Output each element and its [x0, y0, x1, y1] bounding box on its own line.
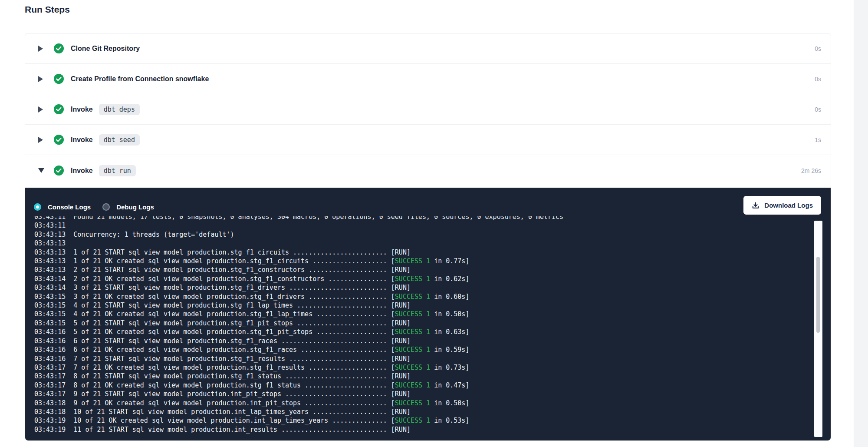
- log-timestamp-and-message: 03:43:17 9 of 21 START sql view model pr…: [34, 390, 411, 398]
- log-line: 03:43:15 5 of 21 START sql view model pr…: [34, 319, 781, 328]
- step-label: Clone Git Repository: [71, 45, 140, 53]
- log-scrollbar-thumb[interactable]: [816, 257, 820, 333]
- page-title: Run Steps: [25, 4, 70, 15]
- log-timestamp-and-message: 03:43:16 6 of 21 START sql view model pr…: [34, 337, 411, 345]
- console-log-output: 03:43:11 Found 21 models, 17 tests, 0 sn…: [34, 216, 781, 440]
- log-message-tail: in 0.60s]: [430, 293, 469, 301]
- step-row-invoke-dbt-seed[interactable]: Invoke dbt seed 1s: [25, 125, 831, 155]
- check-circle-icon: [54, 74, 64, 84]
- log-timestamp-and-message: 03:43:16 5 of 21 OK created sql view mod…: [34, 328, 395, 336]
- log-timestamp-and-message: 03:43:13 1 of 21 OK created sql view mod…: [34, 257, 395, 265]
- log-line: 03:43:14 2 of 21 OK created sql view mod…: [34, 275, 781, 283]
- step-row-create-profile[interactable]: Create Profile from Connection snowflake…: [25, 64, 831, 94]
- step-duration: 2m 26s: [801, 167, 821, 174]
- log-timestamp-and-message: 03:43:13 2 of 21 START sql view model pr…: [34, 266, 411, 274]
- log-timestamp-and-message: 03:43:17 8 of 21 START sql view model pr…: [34, 372, 411, 380]
- log-success-status: SUCCESS 1: [395, 275, 430, 283]
- download-logs-button[interactable]: Download Logs: [743, 196, 821, 215]
- log-scrollbar-track[interactable]: [814, 221, 822, 437]
- log-line: 03:43:17 8 of 21 START sql view model pr…: [34, 372, 781, 381]
- log-success-status: SUCCESS 1: [395, 328, 430, 336]
- log-line: 03:43:15 4 of 21 OK created sql view mod…: [34, 310, 781, 318]
- log-success-status: SUCCESS 1: [395, 381, 430, 389]
- log-line: 03:43:16 6 of 21 START sql view model pr…: [34, 337, 781, 345]
- radio-selected-icon[interactable]: [34, 203, 41, 211]
- log-timestamp-and-message: 03:43:14 3 of 21 START sql view model pr…: [34, 284, 411, 291]
- step-command-chip: dbt seed: [99, 134, 140, 146]
- log-line: 03:43:18 10 of 21 START sql view model p…: [34, 407, 781, 416]
- log-timestamp-and-message: 03:43:18 9 of 21 OK created sql view mod…: [34, 399, 395, 407]
- log-line: 03:43:11 Found 21 models, 17 tests, 0 sn…: [34, 216, 781, 221]
- log-timestamp-and-message: 03:43:14 2 of 21 OK created sql view mod…: [34, 275, 395, 283]
- log-line: 03:43:14 3 of 21 START sql view model pr…: [34, 283, 781, 292]
- log-line: 03:43:15 3 of 21 OK created sql view mod…: [34, 292, 781, 301]
- check-circle-icon: [54, 104, 64, 114]
- log-timestamp-and-message: 03:43:19 10 of 21 OK created sql view mo…: [34, 417, 395, 424]
- log-type-radio-group: Console Logs Debug Logs: [34, 203, 154, 211]
- log-timestamp-and-message: 03:43:13 Concurrency: 1 threads (target=…: [34, 231, 234, 238]
- log-success-status: SUCCESS 1: [395, 399, 430, 407]
- log-timestamp-and-message: 03:43:15 4 of 21 OK created sql view mod…: [34, 310, 395, 318]
- step-duration: 0s: [815, 106, 821, 113]
- log-timestamp-and-message: 03:43:11 Found 21 models, 17 tests, 0 sn…: [34, 216, 563, 221]
- caret-down-icon[interactable]: [38, 168, 44, 173]
- log-message-tail: in 0.62s]: [430, 275, 469, 283]
- step-label: Create Profile from Connection snowflake: [71, 75, 209, 83]
- step-duration: 0s: [815, 76, 821, 83]
- log-line: 03:43:13 1 of 21 OK created sql view mod…: [34, 257, 781, 265]
- log-timestamp-and-message: 03:43:19 11 of 21 START sql view model p…: [34, 426, 411, 434]
- log-message-tail: in 0.50s]: [430, 399, 469, 407]
- log-line: 03:43:19 10 of 21 OK created sql view mo…: [34, 416, 781, 425]
- check-circle-icon: [54, 43, 64, 53]
- console-logs-label: Console Logs: [48, 203, 91, 211]
- log-line: 03:43:17 8 of 21 OK created sql view mod…: [34, 381, 781, 390]
- check-circle-icon: [54, 135, 64, 145]
- console-logs-radio[interactable]: Console Logs: [34, 203, 91, 211]
- step-duration: 0s: [815, 45, 821, 52]
- log-timestamp-and-message: 03:43:17 7 of 21 OK created sql view mod…: [34, 364, 395, 371]
- log-line: 03:43:15 4 of 21 START sql view model pr…: [34, 301, 781, 310]
- radio-unselected-icon[interactable]: [102, 203, 110, 211]
- step-label: Invoke: [71, 106, 93, 113]
- log-message-tail: in 0.73s]: [430, 364, 469, 371]
- log-success-status: SUCCESS 1: [395, 310, 430, 318]
- run-steps-card: Clone Git Repository 0s Create Profile f…: [25, 33, 831, 441]
- log-line: 03:43:17 9 of 21 START sql view model pr…: [34, 390, 781, 398]
- log-timestamp-and-message: 03:43:16 7 of 21 START sql view model pr…: [34, 355, 411, 363]
- log-line: 03:43:13 2 of 21 START sql view model pr…: [34, 265, 781, 274]
- caret-right-icon[interactable]: [38, 76, 44, 82]
- caret-right-icon[interactable]: [38, 106, 44, 113]
- log-success-status: SUCCESS 1: [395, 257, 430, 265]
- log-line: 03:43:13: [34, 239, 781, 248]
- log-line: 03:43:17 7 of 21 OK created sql view mod…: [34, 363, 781, 372]
- step-label: Invoke: [71, 167, 93, 175]
- step-label: Invoke: [71, 136, 93, 144]
- log-timestamp-and-message: 03:43:17 8 of 21 OK created sql view mod…: [34, 381, 395, 389]
- log-line: 03:43:16 7 of 21 START sql view model pr…: [34, 354, 781, 363]
- log-timestamp-and-message: 03:43:18 10 of 21 START sql view model p…: [34, 408, 411, 416]
- log-line: 03:43:13 1 of 21 START sql view model pr…: [34, 248, 781, 257]
- caret-right-icon[interactable]: [38, 46, 44, 52]
- debug-logs-radio[interactable]: Debug Logs: [102, 203, 154, 211]
- log-success-status: SUCCESS 1: [395, 417, 430, 424]
- step-row-invoke-dbt-deps[interactable]: Invoke dbt deps 0s: [25, 94, 831, 125]
- download-logs-label: Download Logs: [764, 202, 813, 209]
- step-row-invoke-dbt-run[interactable]: Invoke dbt run 2m 26s: [25, 155, 831, 186]
- log-line: 03:43:13 Concurrency: 1 threads (target=…: [34, 230, 781, 239]
- log-lines: 03:43:11 Found 21 models, 17 tests, 0 sn…: [34, 216, 781, 434]
- log-timestamp-and-message: 03:43:15 5 of 21 START sql view model pr…: [34, 319, 411, 327]
- log-timestamp-and-message: 03:43:13: [34, 239, 73, 247]
- log-line: 03:43:16 5 of 21 OK created sql view mod…: [34, 328, 781, 336]
- step-duration: 1s: [815, 136, 821, 143]
- log-timestamp-and-message: 03:43:11: [34, 222, 73, 229]
- log-message-tail: in 0.53s]: [430, 417, 469, 424]
- caret-right-icon[interactable]: [38, 137, 44, 143]
- log-line: 03:43:19 11 of 21 START sql view model p…: [34, 425, 781, 434]
- log-timestamp-and-message: 03:43:13 1 of 21 START sql view model pr…: [34, 248, 411, 256]
- log-message-tail: in 0.50s]: [430, 310, 469, 318]
- page-right-gutter: [854, 0, 868, 447]
- step-row-clone-git-repository[interactable]: Clone Git Repository 0s: [25, 33, 831, 64]
- download-icon: [752, 202, 760, 209]
- log-line: 03:43:18 9 of 21 OK created sql view mod…: [34, 399, 781, 407]
- log-message-tail: in 0.47s]: [430, 381, 469, 389]
